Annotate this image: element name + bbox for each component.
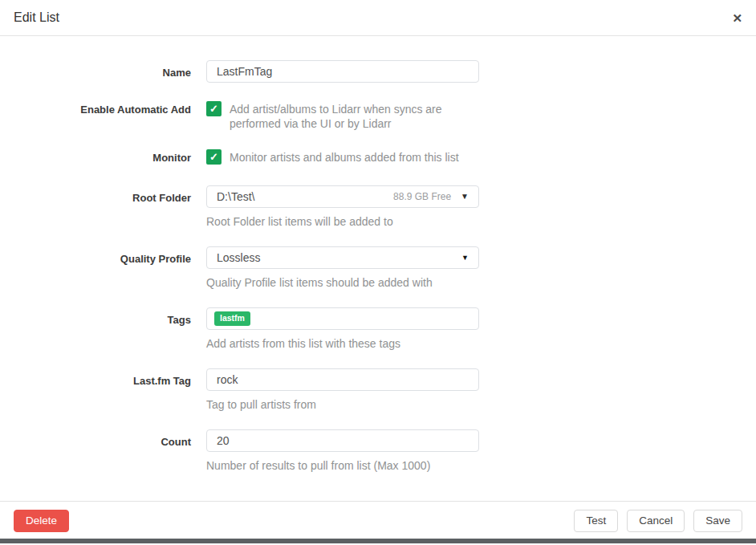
quality-profile-select[interactable]: Lossless ▼	[206, 246, 479, 269]
monitor-description: Monitor artists and albums added from th…	[230, 149, 459, 165]
root-folder-helper: Root Folder list items will be added to	[206, 215, 479, 228]
check-icon: ✓	[209, 103, 218, 115]
form-group-lastfm-tag: Last.fm Tag Tag to pull artists from	[0, 368, 756, 411]
monitor-checkbox[interactable]: ✓	[206, 149, 222, 165]
form-group-root-folder: Root Folder D:\Test\ 88.9 GB Free ▼ Root…	[0, 185, 756, 228]
root-folder-label: Root Folder	[0, 185, 191, 228]
modal-body: Name Enable Automatic Add ✓ Add artist/a…	[0, 36, 756, 501]
enable-automatic-add-label: Enable Automatic Add	[0, 101, 191, 131]
form-group-enable-automatic-add: Enable Automatic Add ✓ Add artist/albums…	[0, 101, 756, 131]
save-button[interactable]: Save	[693, 510, 742, 532]
quality-profile-label: Quality Profile	[0, 246, 191, 289]
monitor-label: Monitor	[0, 149, 191, 165]
form-group-quality-profile: Quality Profile Lossless ▼ Quality Profi…	[0, 246, 756, 289]
caret-down-icon: ▼	[461, 193, 469, 201]
name-label: Name	[0, 60, 191, 83]
enable-automatic-add-checkbox[interactable]: ✓	[206, 101, 222, 116]
enable-automatic-add-description: Add artist/albums to Lidarr when syncs a…	[230, 101, 485, 131]
tag-chip[interactable]: lastfm	[214, 311, 250, 326]
form-group-name: Name	[0, 60, 756, 83]
test-button[interactable]: Test	[574, 510, 618, 532]
page-title: Edit List	[14, 10, 59, 25]
root-folder-select[interactable]: D:\Test\ 88.9 GB Free ▼	[206, 185, 479, 208]
count-helper: Number of results to pull from list (Max…	[206, 459, 479, 472]
edit-list-modal: Edit List ✕ Name Enable Automatic Add ✓ …	[0, 0, 756, 545]
form-group-monitor: Monitor ✓ Monitor artists and albums add…	[0, 149, 756, 165]
form-group-tags: Tags lastfm Add artists from this list w…	[0, 307, 756, 350]
tags-helper: Add artists from this list with these ta…	[206, 337, 479, 350]
modal-footer: Delete Test Cancel Save	[0, 501, 756, 539]
quality-profile-value: Lossless	[217, 251, 461, 264]
close-icon[interactable]: ✕	[732, 12, 742, 24]
lastfm-tag-helper: Tag to pull artists from	[206, 398, 479, 411]
check-icon: ✓	[209, 151, 218, 163]
delete-button[interactable]: Delete	[14, 510, 69, 532]
quality-profile-helper: Quality Profile list items should be add…	[206, 276, 479, 289]
root-folder-value: D:\Test\	[217, 190, 393, 203]
name-input[interactable]	[206, 60, 479, 83]
lastfm-tag-label: Last.fm Tag	[0, 368, 191, 411]
tags-label: Tags	[0, 307, 191, 350]
lastfm-tag-input[interactable]	[206, 368, 479, 391]
cancel-button[interactable]: Cancel	[627, 510, 685, 532]
count-label: Count	[0, 429, 191, 472]
tags-input[interactable]: lastfm	[206, 307, 479, 330]
form-group-count: Count Number of results to pull from lis…	[0, 429, 756, 472]
root-folder-free-space: 88.9 GB Free	[393, 191, 451, 202]
count-input[interactable]	[206, 429, 479, 452]
caret-down-icon: ▼	[461, 254, 469, 262]
modal-header: Edit List ✕	[0, 0, 756, 36]
